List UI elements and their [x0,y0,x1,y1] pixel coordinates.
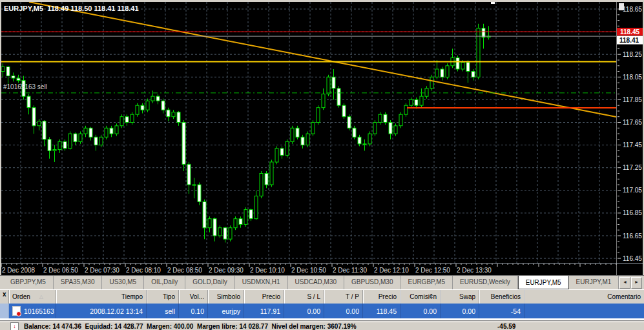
svg-text:118.45: 118.45 [620,28,639,36]
tab-gbpusd-m30[interactable]: GBPUSD,M30 [344,276,400,289]
sell-order-icon [12,306,21,316]
order-cell-simbolo: eurjpy [222,307,240,315]
svg-text:2 Dec 08:10: 2 Dec 08:10 [126,267,161,274]
order-row[interactable]: 101651632008.12.02 13:14sell0.10eurjpy11… [0,304,644,318]
svg-text:2 Dec 06:50: 2 Dec 06:50 [43,267,78,274]
order-cell-beneficios: -54 [511,307,521,315]
svg-text:116.85: 116.85 [623,209,642,216]
tab-eurusd-weekly[interactable]: EURUSD,Weekly [453,276,518,289]
column-header-simbolo[interactable]: Simbolo [208,290,244,304]
column-header-swap[interactable]: Swap [441,290,479,304]
svg-text:118.25: 118.25 [623,51,642,58]
svg-text:2 Dec 13:30: 2 Dec 13:30 [457,267,492,274]
svg-text:2 Dec 2008: 2 Dec 2008 [2,267,36,274]
svg-text:118.41: 118.41 [619,37,639,44]
svg-text:2 Dec 12:50: 2 Dec 12:50 [415,267,450,274]
tabs-scroll-right-button[interactable]: ► [631,277,642,289]
order-cell-comisi-n: 0.00 [424,307,437,315]
column-header-precio[interactable]: Precio [244,290,284,304]
order-cell-swap: 0.00 [462,307,475,315]
svg-text:116.65: 116.65 [623,232,642,240]
order-cell-tiempo: 2008.12.02 13:14 [90,307,143,315]
tab-spa35-m30[interactable]: SPA35,M30 [54,276,103,289]
svg-text:118.05: 118.05 [623,74,642,81]
column-header-s-l[interactable]: S / L [284,290,324,304]
mt4-window: 118.65118.25118.05117.85117.65117.45117.… [0,0,644,330]
svg-text:116.45: 116.45 [623,255,642,262]
tab-gbpjpy-m5[interactable]: GBPJPY,M5 [3,276,54,289]
order-cell-vol-: 0.10 [191,307,204,315]
svg-text:118.65: 118.65 [623,6,642,13]
svg-text:117.65: 117.65 [623,119,642,126]
candlestick-chart[interactable]: 118.65118.25118.05117.85117.65117.45117.… [1,2,643,275]
tabs-scroll-left-button[interactable]: ◄ [619,277,630,289]
order-cell-s-l: 0.00 [307,307,320,315]
column-header-orden[interactable]: Orden△ [9,290,56,304]
svg-text:2 Dec 11:30: 2 Dec 11:30 [333,267,368,274]
svg-text:2 Dec 10:10: 2 Dec 10:10 [250,267,285,274]
order-cell-precio: 117.91 [260,307,280,315]
svg-text:2 Dec 09:30: 2 Dec 09:30 [209,267,244,274]
row-gutter [0,304,9,318]
trade-direction-icon: ↓ [10,322,19,330]
svg-text:117.25: 117.25 [623,164,642,171]
column-header-vol-[interactable]: Vol... [179,290,208,304]
column-header-precio[interactable]: Precio [363,290,400,304]
column-header-tipo[interactable]: Tipo [147,290,179,304]
column-header-comisi-n[interactable]: Comisi¢n [400,290,441,304]
svg-text:2 Dec 10:50: 2 Dec 10:50 [291,267,326,274]
order-cell-orden: 10165163 [24,307,54,315]
column-header-comentario[interactable]: Comentario [525,290,644,304]
svg-text:117.45: 117.45 [623,141,642,149]
tab-oil-daily[interactable]: OIL,Daily [144,276,185,289]
column-header-tiempo[interactable]: Tiempo [56,290,147,304]
sort-ascending-icon: △ [39,294,43,300]
status-bar: ↓ Balance: 14 474.36 Equidad: 14 428.77 … [0,322,644,330]
tab-usdmxn-h1[interactable]: USDMXN,H1 [235,276,288,289]
terminal-empty-area [0,318,644,321]
column-header-t-p[interactable]: T / P [324,290,363,304]
tab-usdcad-m30[interactable]: USDCAD,M30 [288,276,344,289]
order-cell-precio: 118.45 [377,307,397,315]
floating-profit: -45.59 [497,323,515,330]
terminal-header-row: Orden△TiempoTipoVol...SimboloPrecioS / L… [0,289,644,304]
chart-shift-marker[interactable] [491,2,495,4]
svg-text:117.85: 117.85 [623,96,642,103]
tab-eurjpy-m5[interactable]: EURJPY,M5 [518,276,569,289]
tab-us30-m5[interactable]: US30,M5 [102,276,144,289]
tab-eurjpy-m1[interactable]: EURJPY,M1 [569,276,619,289]
chart-tab-bar: GBPJPY,M5SPA35,M30US30,M5OIL,DailyGOLD,D… [0,275,644,289]
close-terminal-button[interactable]: x [3,291,6,298]
chart-window[interactable]: 118.65118.25118.05117.85117.65117.45117.… [1,2,643,275]
svg-text:2 Dec 07:30: 2 Dec 07:30 [85,267,119,274]
tab-gold-daily[interactable]: GOLD,Daily [185,276,234,289]
svg-text:117.05: 117.05 [623,187,642,194]
column-header-beneficios[interactable]: Beneficios [479,290,525,304]
chart-title-ohlc: EURJPY,M5 118.49 118.50 118.41 118.41 [4,5,139,12]
position-line-label: #10165163 sell [3,83,47,90]
svg-text:2 Dec 12:10: 2 Dec 12:10 [374,267,409,274]
order-cell-t-p: 0.00 [346,307,359,315]
svg-text:2 Dec 08:50: 2 Dec 08:50 [167,267,202,274]
account-summary: Balance: 14 474.36 Equidad: 14 428.77 Ma… [24,323,357,330]
tab-eurgbp-m5[interactable]: EURGBP,M5 [400,276,453,289]
order-cell-tipo: sell [165,307,175,315]
